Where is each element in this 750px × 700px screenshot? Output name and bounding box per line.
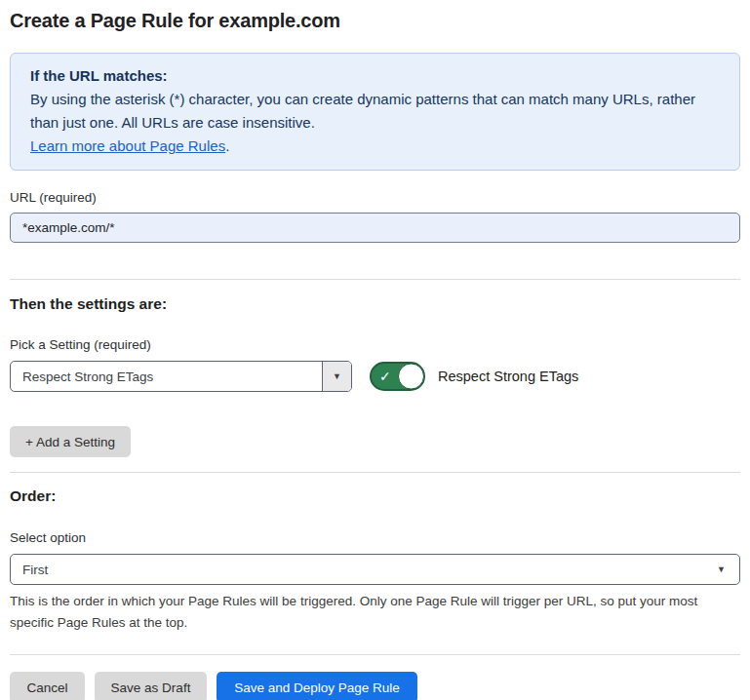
divider	[10, 654, 740, 655]
setting-dropdown-arrow[interactable]: ▼	[322, 362, 351, 391]
learn-more-link[interactable]: Learn more about Page Rules	[30, 137, 225, 154]
info-box-link-line: Learn more about Page Rules.	[30, 135, 720, 158]
chevron-down-icon: ▼	[333, 371, 341, 381]
cancel-button[interactable]: Cancel	[10, 672, 85, 700]
url-input[interactable]	[10, 213, 740, 243]
add-setting-button[interactable]: + Add a Setting	[10, 426, 131, 457]
check-icon: ✓	[379, 369, 391, 383]
footer-actions: Cancel Save as Draft Save and Deploy Pag…	[10, 672, 740, 700]
order-section-heading: Order:	[10, 487, 740, 505]
settings-section-heading: Then the settings are:	[10, 295, 740, 313]
order-select-value: First	[22, 563, 48, 577]
url-match-info-box: If the URL matches: By using the asteris…	[10, 53, 740, 171]
page-rule-form: Create a Page Rule for example.com If th…	[0, 10, 750, 700]
chevron-down-icon: ▼	[717, 564, 726, 574]
divider	[10, 472, 740, 473]
setting-row: Respect Strong ETags ▼ ✓ Respect Strong …	[10, 361, 740, 392]
link-suffix: .	[225, 137, 229, 154]
setting-toggle[interactable]: ✓	[370, 362, 425, 391]
setting-toggle-label: Respect Strong ETags	[438, 369, 578, 384]
save-and-deploy-button[interactable]: Save and Deploy Page Rule	[217, 672, 417, 700]
info-box-body: By using the asterisk (*) character, you…	[30, 88, 720, 135]
order-help-text: This is the order in which your Page Rul…	[10, 591, 731, 634]
order-select-label: Select option	[10, 530, 740, 545]
save-as-draft-button[interactable]: Save as Draft	[95, 672, 207, 700]
url-field-label: URL (required)	[10, 190, 740, 205]
setting-picker-label: Pick a Setting (required)	[10, 337, 740, 352]
divider	[10, 279, 740, 280]
order-select[interactable]: First ▼	[10, 554, 740, 585]
toggle-knob	[398, 364, 424, 390]
info-box-heading: If the URL matches:	[30, 64, 720, 88]
page-title: Create a Page Rule for example.com	[10, 10, 740, 32]
setting-dropdown-value: Respect Strong ETags	[11, 362, 322, 391]
setting-dropdown[interactable]: Respect Strong ETags ▼	[10, 361, 352, 392]
